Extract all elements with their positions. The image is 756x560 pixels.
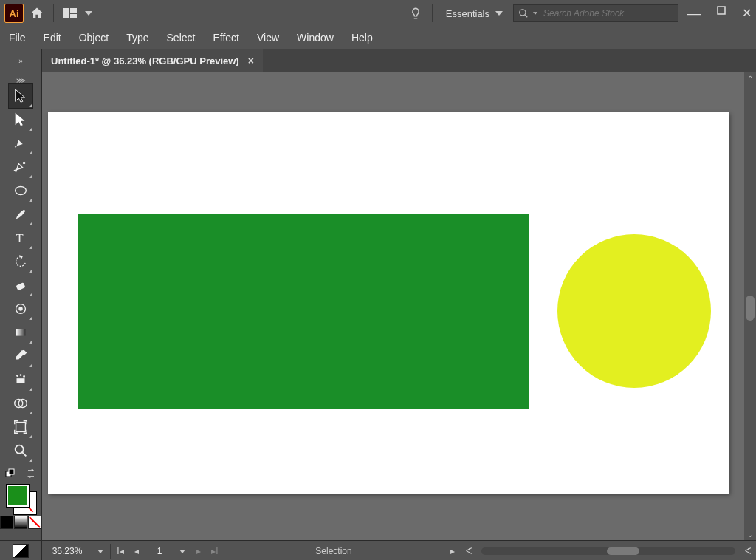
app-logo: Ai [4,4,24,23]
svg-rect-5 [718,7,725,14]
scroll-track[interactable] [744,84,756,528]
canvas[interactable] [42,72,744,540]
discover-button[interactable] [405,3,426,24]
svg-line-21 [22,452,27,457]
artboard-index[interactable]: 1 [145,546,174,556]
toolbar-collapse-toggle[interactable]: » [0,49,42,72]
svg-point-3 [520,10,526,16]
menu-effect[interactable]: Effect [204,27,248,49]
svg-rect-19 [16,423,26,432]
scroll-down-button[interactable]: ⌄ [744,528,756,540]
window-controls: — ✕ [687,6,752,21]
scroll-track[interactable] [481,547,735,555]
workspace-switcher[interactable]: Essentials [439,5,510,22]
direct-selection-tool[interactable] [9,108,32,132]
symbol-sprayer-tool-icon [13,372,29,388]
zoom-dropdown[interactable] [92,550,109,553]
document-tab-title: Untitled-1* @ 36.23% (RGB/GPU Preview) [51,55,239,66]
ellipse-tool[interactable] [9,179,32,202]
rectangle-shape[interactable] [78,214,529,409]
menu-view[interactable]: View [248,27,288,49]
arrange-dropdown[interactable] [83,3,94,24]
search-icon [518,8,529,18]
canvas-viewport: ⌃ ⌄ [42,72,756,540]
menu-help[interactable]: Help [343,27,382,49]
first-artboard-button[interactable]: I◂ [112,546,128,556]
type-tool[interactable]: T [9,226,32,250]
rotate-tool[interactable] [9,250,32,273]
menu-window[interactable]: Window [288,27,343,49]
draw-mode-button[interactable] [0,541,42,560]
prev-artboard-button[interactable]: ◂ [128,546,145,556]
toolbar-expand-toggle[interactable]: ⋙ [0,77,41,84]
next-artboard-button[interactable]: ▸ [190,546,207,556]
swap-default-colors[interactable] [5,468,36,479]
shape-builder-tool[interactable] [9,392,32,415]
menubar: FileEditObjectTypeSelectEffectViewWindow… [0,27,756,49]
zoom-tool[interactable] [9,439,32,462]
tab-close-button[interactable]: × [248,55,254,66]
menu-type[interactable]: Type [117,27,157,49]
eyedropper-tool[interactable] [9,344,32,368]
fill-swatch[interactable] [7,485,29,507]
horizontal-scrollbar[interactable]: ∢ ∢ [461,546,756,556]
search-box[interactable] [513,4,678,22]
svg-rect-23 [9,469,14,474]
toolbar: ⋙ T [0,72,42,540]
main-area: ⋙ T ⌃ ⌄ [0,72,756,540]
color-mode-none[interactable] [28,516,41,529]
zoom-level[interactable]: 36.23% [42,546,92,556]
circle-shape[interactable] [557,234,711,388]
menu-object[interactable]: Object [70,27,117,49]
curvature-tool[interactable] [9,155,32,179]
svg-rect-0 [63,8,69,18]
search-input[interactable] [542,7,673,19]
scroll-thumb[interactable] [607,547,639,555]
artboard[interactable] [48,112,729,494]
fill-stroke-swatch[interactable] [5,483,36,514]
width-tool-icon [13,301,29,317]
chevron-down-icon [533,12,537,15]
gradient-tool[interactable] [9,321,32,344]
color-mode-gradient[interactable] [14,516,27,529]
svg-rect-12 [16,329,26,335]
selection-tool-icon [13,88,29,104]
artboard-tool[interactable] [9,415,32,439]
pen-tool[interactable] [9,132,32,155]
selection-tool[interactable] [9,84,32,108]
svg-line-4 [525,15,528,18]
workspace-label: Essentials [446,8,489,19]
zoom-tool-icon [13,443,29,459]
scroll-thumb[interactable] [746,296,755,321]
color-mode-solid[interactable] [0,516,13,529]
symbol-sprayer-tool[interactable] [9,368,32,392]
paintbrush-tool-icon [13,206,29,222]
status-menu[interactable]: ▸ [444,546,461,556]
type-tool-icon: T [13,230,29,246]
scroll-right-button[interactable]: ∢ [740,546,756,556]
menu-select[interactable]: Select [158,27,205,49]
svg-point-15 [20,374,22,376]
menu-file[interactable]: File [0,27,35,49]
scroll-up-button[interactable]: ⌃ [744,72,756,84]
maximize-button[interactable] [717,6,726,21]
eraser-tool[interactable] [9,273,32,297]
menu-edit[interactable]: Edit [35,27,70,49]
svg-rect-1 [70,8,77,13]
chevron-down-icon [495,11,503,16]
home-button[interactable] [27,3,47,24]
document-tab[interactable]: Untitled-1* @ 36.23% (RGB/GPU Preview) × [42,49,263,72]
curvature-tool-icon [13,159,29,175]
paintbrush-tool[interactable] [9,202,32,226]
arrange-documents-button[interactable] [60,3,80,24]
svg-point-7 [16,187,27,195]
scroll-left-button[interactable]: ∢ [461,546,477,556]
last-artboard-button[interactable]: ▸I [207,546,223,556]
artboard-dropdown[interactable] [174,550,190,553]
minimize-button[interactable]: — [687,6,701,21]
swap-icon [26,468,36,479]
chevron-down-icon [85,11,92,16]
width-tool[interactable] [9,297,32,321]
vertical-scrollbar[interactable]: ⌃ ⌄ [744,72,756,540]
close-button[interactable]: ✕ [742,6,752,21]
